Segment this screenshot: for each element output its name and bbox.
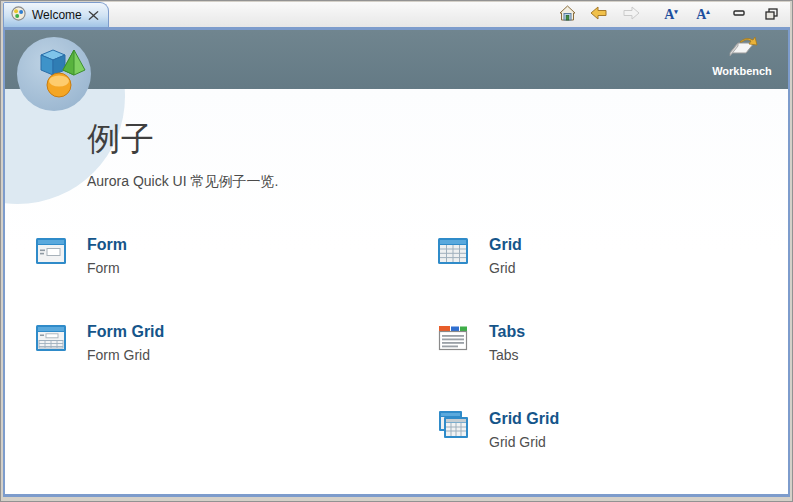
restore-button[interactable] [760, 5, 782, 25]
forward-button[interactable] [620, 5, 642, 25]
back-button[interactable] [588, 5, 610, 25]
font-decrease-button[interactable]: A▾ [660, 5, 682, 25]
item-form: Form Form [35, 235, 437, 281]
grid-icon[interactable] [437, 235, 469, 267]
page-body: 例子 Aurora Quick UI 常见例子一览. [5, 89, 788, 494]
item-form-grid-description: Form Grid [87, 347, 164, 363]
empty-grid-cell [35, 409, 437, 455]
back-arrow-icon [590, 6, 608, 24]
items-grid: Form Form [5, 235, 788, 455]
form-icon[interactable] [35, 235, 67, 267]
item-tabs-description: Tabs [489, 347, 525, 363]
item-form-grid-link[interactable]: Form Grid [87, 322, 164, 342]
font-decrease-icon: A▾ [664, 7, 678, 23]
samples-logo-icon [17, 37, 91, 111]
font-increase-icon: A▴ [696, 7, 710, 23]
item-grid-link[interactable]: Grid [489, 235, 522, 255]
item-form-grid: Form Grid Form Grid [35, 322, 437, 368]
grid-grid-icon[interactable] [437, 409, 469, 441]
item-grid-grid-link[interactable]: Grid Grid [489, 409, 559, 429]
item-tabs-link[interactable]: Tabs [489, 322, 525, 342]
workbench-button[interactable]: Workbench [704, 33, 780, 77]
tab-label: Welcome [32, 8, 82, 22]
item-form-description: Form [87, 260, 127, 276]
item-grid-grid-description: Grid Grid [489, 434, 559, 450]
page-subtitle: Aurora Quick UI 常见例子一览. [87, 173, 788, 191]
tabs-icon[interactable] [437, 322, 469, 354]
item-grid-grid: Grid Grid Grid Grid [437, 409, 788, 455]
close-icon[interactable] [88, 10, 99, 21]
workbench-icon [724, 33, 760, 63]
font-increase-button[interactable]: A▴ [692, 5, 714, 25]
welcome-icon [11, 6, 26, 25]
welcome-view: Workbench 例子 Aurora Quick UI 常见例子一览. [3, 27, 790, 497]
tab-welcome[interactable]: Welcome [3, 2, 109, 27]
item-form-link[interactable]: Form [87, 235, 127, 255]
restore-icon [765, 6, 778, 24]
header-band: Workbench [5, 30, 788, 89]
home-icon [559, 5, 576, 25]
item-grid-description: Grid [489, 260, 522, 276]
view-toolbar: A▾ A▴ [556, 5, 790, 25]
item-grid: Grid Grid [437, 235, 788, 281]
item-tabs: Tabs Tabs [437, 322, 788, 368]
welcome-window: Welcome [0, 0, 793, 502]
tab-bar: Welcome [3, 2, 790, 27]
minimize-button[interactable] [728, 5, 750, 25]
home-button[interactable] [556, 5, 578, 25]
minimize-icon [733, 6, 746, 24]
forward-arrow-icon [622, 6, 640, 24]
workbench-label: Workbench [712, 65, 772, 77]
form-grid-icon[interactable] [35, 322, 67, 354]
page-title: 例子 [87, 89, 788, 162]
